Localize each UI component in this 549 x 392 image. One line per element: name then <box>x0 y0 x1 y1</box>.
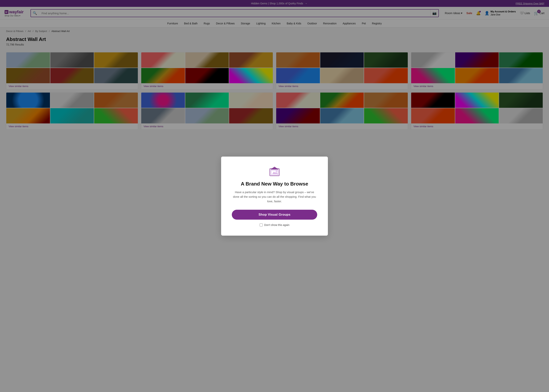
modal-overlay[interactable]: A Brand New Way to Browse Have a particu… <box>0 0 549 133</box>
